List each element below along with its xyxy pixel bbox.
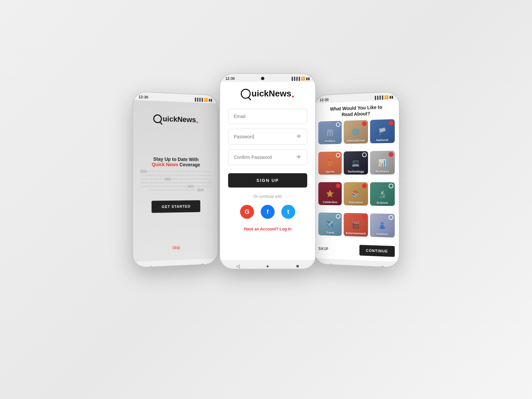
category-label-fashion: Fashion xyxy=(370,232,395,236)
category-bg-entertainment: 🎬 Entertainment xyxy=(344,213,368,237)
login-link-area: Have an Account? Log In xyxy=(244,227,292,231)
status-time-left: 12:30 xyxy=(139,95,148,99)
categories-screen: What Would You Like to Read About? 🏛️ Po… xyxy=(315,100,399,262)
continue-button[interactable]: CONTINUE xyxy=(359,245,395,257)
category-label-politics: Politics xyxy=(318,139,342,143)
category-bg-education: 📚 Education xyxy=(344,182,368,206)
nav-home-center[interactable]: ● xyxy=(264,263,271,269)
category-radio-technology[interactable] xyxy=(362,153,367,157)
category-icon-entertainment: 🎬 xyxy=(352,221,360,229)
nav-home-left[interactable]: ● xyxy=(173,263,180,268)
phone-splash: 12:30 ▐▐▐▐ 🛜 ▮▮ ████ NEWS POLITICS WORLD… xyxy=(132,91,218,268)
category-radio-international[interactable] xyxy=(362,121,367,126)
twitter-signin-button[interactable]: t xyxy=(281,205,295,219)
category-item-education[interactable]: 📚 Education xyxy=(344,182,368,206)
splash-logo-dot: . xyxy=(196,118,199,122)
category-item-international[interactable]: 🌐 International xyxy=(344,120,368,144)
nav-back-right[interactable]: ◁ xyxy=(327,261,333,268)
category-item-technology[interactable]: 💻 Technology xyxy=(344,151,368,175)
category-bg-technology: 💻 Technology xyxy=(344,151,368,175)
or-continue-text: Or continue with xyxy=(253,194,282,199)
eye-icon-password[interactable]: 👁 xyxy=(296,134,302,140)
have-account-text: Have an Account? xyxy=(244,227,278,231)
category-radio-business[interactable] xyxy=(389,152,393,157)
category-item-celebrities[interactable]: ⭐ Celebrities xyxy=(318,182,342,205)
tagline-brand: Quick News xyxy=(152,162,178,168)
camera-dot xyxy=(261,77,264,80)
category-icon-technology: 💻 xyxy=(352,159,360,167)
category-bg-sports: ⛹️ Sports xyxy=(318,152,342,175)
nav-back-left[interactable]: ◁ xyxy=(146,264,153,268)
nav-bar-center: ◁ ● ■ xyxy=(220,260,315,269)
category-label-technology: Technology xyxy=(344,170,368,173)
signup-screen: uickNews. 👁 👁 SIGN UP Or continue with G… xyxy=(220,82,315,260)
tagline-line2: Coverage xyxy=(180,162,200,167)
category-item-travel[interactable]: ✈️ Travel xyxy=(318,212,342,236)
category-item-politics[interactable]: 🏛️ Politics xyxy=(318,121,342,145)
category-radio-travel[interactable] xyxy=(336,214,341,219)
category-label-celebrities: Celebrities xyxy=(318,200,342,204)
splash-tagline: Stay Up to Date With Quick News Coverage xyxy=(152,156,200,167)
category-icon-national: 🏳️ xyxy=(378,127,386,136)
signup-logo: uickNews. xyxy=(241,88,294,99)
confirm-password-input[interactable] xyxy=(234,155,296,160)
category-radio-fashion[interactable] xyxy=(389,215,393,220)
skip-button-right[interactable]: SKIP xyxy=(318,246,329,251)
splash-logo: uickNews. xyxy=(153,114,199,124)
eye-icon-confirm[interactable]: 👁 xyxy=(296,154,302,160)
category-bg-business: 📊 Business xyxy=(370,151,395,175)
category-item-entertainment[interactable]: 🎬 Entertainment xyxy=(344,213,368,237)
status-icons-left: ▐▐▐▐ 🛜 ▮▮ xyxy=(194,97,212,102)
facebook-signin-button[interactable]: f xyxy=(261,205,275,219)
password-input[interactable] xyxy=(234,134,296,139)
category-item-science[interactable]: 🔬 Science xyxy=(370,182,395,206)
nav-square-center[interactable]: ■ xyxy=(294,263,301,269)
category-item-fashion[interactable]: 👗 Fashion xyxy=(370,213,395,238)
get-started-button[interactable]: GET STARTED xyxy=(152,200,200,213)
status-icons-right: ▐▐▐▐ 🛜 ▮▮ xyxy=(374,95,393,100)
signup-logo-text: uickNews xyxy=(251,88,291,99)
phone-signup: 12:30 ▐▐▐▐ 🛜 ▮▮ uickNews. xyxy=(219,73,316,269)
status-time-center: 12:30 xyxy=(225,76,235,80)
status-icons-center: ▐▐▐▐ 🛜 ▮▮ xyxy=(291,77,310,80)
category-bg-celebrities: ⭐ Celebrities xyxy=(318,182,342,205)
nav-square-left[interactable]: ■ xyxy=(199,261,205,268)
google-signin-button[interactable]: G xyxy=(240,205,254,219)
password-field-wrapper[interactable]: 👁 xyxy=(228,129,307,145)
category-icon-sports: ⛹️ xyxy=(326,159,334,167)
category-radio-science[interactable] xyxy=(389,184,393,188)
category-radio-education[interactable] xyxy=(362,184,367,188)
category-item-business[interactable]: 📊 Business xyxy=(370,151,395,175)
category-label-business: Business xyxy=(370,170,395,173)
category-icon-science: 🔬 xyxy=(378,190,386,199)
email-input[interactable] xyxy=(234,114,302,119)
nav-home-right[interactable]: ● xyxy=(352,263,359,268)
signup-button[interactable]: SIGN UP xyxy=(228,173,307,188)
category-bg-international: 🌐 International xyxy=(344,120,368,144)
splash-logo-area: uickNews. xyxy=(153,114,199,124)
email-field-wrapper[interactable] xyxy=(228,109,307,124)
phones-container: 12:30 ▐▐▐▐ 🛜 ▮▮ ████ NEWS POLITICS WORLD… xyxy=(116,66,416,332)
category-icon-travel: ✈️ xyxy=(326,220,334,228)
category-radio-national[interactable] xyxy=(389,121,393,126)
category-icon-fashion: 👗 xyxy=(378,221,386,230)
category-label-international: International xyxy=(344,139,368,143)
splash-screen: ████ NEWS POLITICS WORLD SPORTS SCIENCE … xyxy=(133,100,217,262)
splash-logo-text: uickNews xyxy=(163,115,196,124)
login-link[interactable]: Log In xyxy=(280,227,292,231)
categories-grid: 🏛️ Politics 🌐 International 🏳️ xyxy=(318,119,395,243)
category-item-sports[interactable]: ⛹️ Sports xyxy=(318,152,342,175)
phone-categories: 12:30 ▐▐▐▐ 🛜 ▮▮ What Would You Like to R… xyxy=(314,91,400,268)
category-radio-sports[interactable] xyxy=(336,153,341,158)
category-bg-travel: ✈️ Travel xyxy=(318,212,342,236)
nav-square-right[interactable]: ■ xyxy=(379,264,386,268)
category-icon-celebrities: ⭐ xyxy=(326,190,334,198)
skip-link-left[interactable]: Skip xyxy=(172,245,180,250)
category-radio-politics[interactable] xyxy=(336,122,341,127)
category-radio-entertainment[interactable] xyxy=(362,214,367,219)
nav-back-center[interactable]: ◁ xyxy=(234,263,241,269)
category-item-national[interactable]: 🏳️ National xyxy=(370,119,395,144)
category-bg-fashion: 👗 Fashion xyxy=(370,213,395,238)
category-radio-celebrities[interactable] xyxy=(336,184,341,188)
confirm-password-field-wrapper[interactable]: 👁 xyxy=(228,149,307,165)
